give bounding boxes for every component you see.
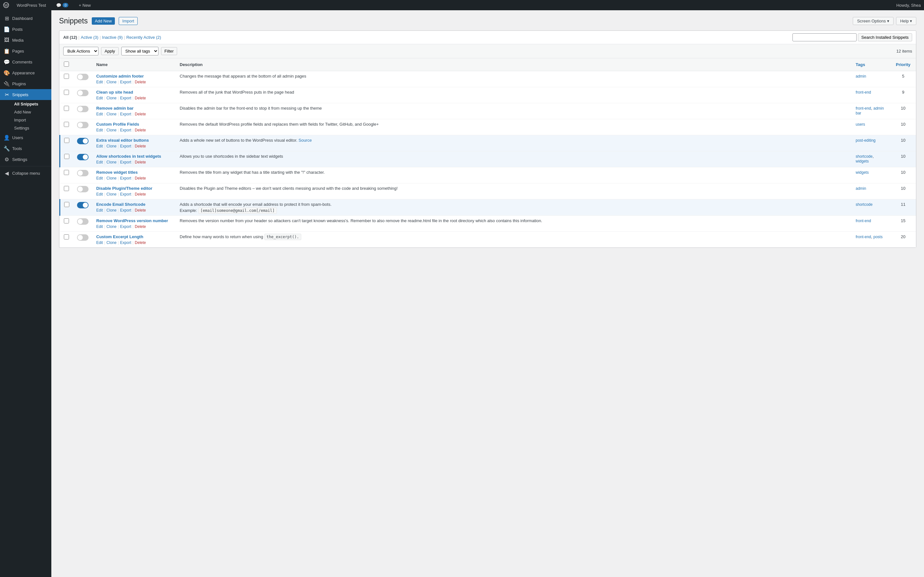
clone-link[interactable]: Clone: [107, 144, 116, 148]
toggle-switch[interactable]: [77, 186, 89, 192]
sidebar-subitem-import[interactable]: Import: [11, 116, 51, 124]
row-checkbox[interactable]: [64, 154, 69, 159]
row-checkbox[interactable]: [64, 90, 69, 95]
tag-link[interactable]: front-end: [856, 219, 871, 223]
sidebar-item-tools[interactable]: 🔧 Tools: [0, 143, 51, 154]
status-all[interactable]: All (12): [63, 35, 77, 40]
th-tags[interactable]: Tags: [852, 58, 890, 71]
tag-link[interactable]: admin: [856, 186, 866, 191]
import-button[interactable]: Import: [119, 17, 137, 25]
delete-link[interactable]: Delete: [135, 128, 146, 132]
snippet-name[interactable]: Encode Email Shortcode: [96, 202, 172, 207]
sidebar-item-pages[interactable]: 📋 Pages: [0, 45, 51, 56]
delete-link[interactable]: Delete: [135, 160, 146, 164]
snippet-name[interactable]: Custom Excerpt Length: [96, 234, 172, 239]
sidebar-item-appearance[interactable]: 🎨 Appearance: [0, 67, 51, 78]
sidebar-item-collapse[interactable]: ◀ Collapse menu: [0, 168, 51, 179]
clone-link[interactable]: Clone: [107, 96, 116, 100]
edit-link[interactable]: Edit: [96, 208, 103, 213]
filter-button[interactable]: Filter: [161, 47, 178, 55]
toggle-switch[interactable]: [77, 202, 89, 208]
delete-link[interactable]: Delete: [135, 224, 146, 229]
clone-link[interactable]: Clone: [107, 192, 116, 197]
toggle-switch[interactable]: [77, 106, 89, 112]
clone-link[interactable]: Clone: [107, 240, 116, 245]
screen-options-button[interactable]: Screen Options ▾: [853, 17, 893, 25]
toggle-switch[interactable]: [77, 122, 89, 128]
new-content-link[interactable]: + New: [76, 0, 94, 10]
wp-logo[interactable]: W: [3, 2, 9, 8]
toggle-switch[interactable]: [77, 234, 89, 241]
delete-link[interactable]: Delete: [135, 192, 146, 197]
add-new-button[interactable]: Add New: [92, 17, 115, 25]
source-link[interactable]: Source: [298, 138, 312, 143]
clone-link[interactable]: Clone: [107, 80, 116, 84]
export-link[interactable]: Export: [120, 192, 131, 197]
export-link[interactable]: Export: [120, 96, 131, 100]
export-link[interactable]: Export: [120, 224, 131, 229]
row-checkbox[interactable]: [64, 218, 69, 223]
search-input[interactable]: [792, 33, 857, 41]
export-link[interactable]: Export: [120, 144, 131, 148]
tag-link[interactable]: front-end: [856, 235, 871, 239]
tag-link[interactable]: widgets: [856, 159, 869, 163]
row-checkbox[interactable]: [64, 186, 69, 191]
delete-link[interactable]: Delete: [135, 80, 146, 84]
tag-link[interactable]: shortcode: [856, 154, 873, 159]
snippet-name[interactable]: Customize admin footer: [96, 74, 172, 79]
edit-link[interactable]: Edit: [96, 128, 103, 132]
toggle-switch[interactable]: [77, 154, 89, 160]
snippet-name[interactable]: Remove admin bar: [96, 106, 172, 111]
delete-link[interactable]: Delete: [135, 96, 146, 100]
export-link[interactable]: Export: [120, 176, 131, 181]
clone-link[interactable]: Clone: [107, 224, 116, 229]
bulk-actions-select[interactable]: Bulk Actions: [63, 47, 99, 55]
toggle-switch[interactable]: [77, 90, 89, 96]
row-checkbox[interactable]: [64, 122, 69, 127]
tag-link[interactable]: admin: [856, 74, 866, 79]
comments-link[interactable]: 💬 0: [53, 0, 71, 10]
tag-link[interactable]: users: [856, 122, 865, 127]
delete-link[interactable]: Delete: [135, 176, 146, 181]
edit-link[interactable]: Edit: [96, 96, 103, 100]
sidebar-item-snippets[interactable]: ✂ Snippets: [0, 89, 51, 100]
th-priority[interactable]: Priority: [890, 58, 916, 71]
row-checkbox[interactable]: [64, 234, 69, 239]
tag-link[interactable]: posts: [873, 235, 883, 239]
row-checkbox[interactable]: [64, 202, 69, 207]
select-all-checkbox[interactable]: [64, 61, 69, 67]
tag-link[interactable]: front-end: [856, 90, 871, 95]
clone-link[interactable]: Clone: [107, 112, 116, 116]
sidebar-item-plugins[interactable]: 🔌 Plugins: [0, 78, 51, 89]
status-active[interactable]: Active (3): [81, 35, 99, 40]
tag-link[interactable]: front-end: [856, 106, 871, 111]
export-link[interactable]: Export: [120, 112, 131, 116]
export-link[interactable]: Export: [120, 240, 131, 245]
edit-link[interactable]: Edit: [96, 192, 103, 197]
export-link[interactable]: Export: [120, 80, 131, 84]
snippet-name[interactable]: Disable Plugin/Theme editor: [96, 186, 172, 191]
snippet-name[interactable]: Remove WordPress version number: [96, 218, 172, 223]
sidebar-item-dashboard[interactable]: ⊞ Dashboard: [0, 13, 51, 24]
toggle-switch[interactable]: [77, 138, 89, 144]
edit-link[interactable]: Edit: [96, 80, 103, 84]
row-checkbox[interactable]: [64, 170, 69, 175]
delete-link[interactable]: Delete: [135, 112, 146, 116]
toggle-switch[interactable]: [77, 170, 89, 176]
search-button[interactable]: Search Installed Snippets: [858, 33, 912, 41]
snippet-name[interactable]: Allow shortcodes in text widgets: [96, 154, 172, 159]
sidebar-subitem-settings[interactable]: Settings: [11, 124, 51, 132]
toggle-switch[interactable]: [77, 74, 89, 80]
snippet-name[interactable]: Remove widget titles: [96, 170, 172, 175]
row-checkbox[interactable]: [64, 138, 69, 143]
edit-link[interactable]: Edit: [96, 144, 103, 148]
snippet-name[interactable]: Clean up site head: [96, 90, 172, 95]
apply-button[interactable]: Apply: [101, 47, 119, 55]
sidebar-item-media[interactable]: 🖼 Media: [0, 35, 51, 45]
site-name[interactable]: WordPress Test: [14, 0, 48, 10]
export-link[interactable]: Export: [120, 128, 131, 132]
clone-link[interactable]: Clone: [107, 176, 116, 181]
sidebar-subitem-add-new[interactable]: Add New: [11, 108, 51, 116]
status-inactive[interactable]: Inactive (9): [102, 35, 123, 40]
row-checkbox[interactable]: [64, 106, 69, 111]
